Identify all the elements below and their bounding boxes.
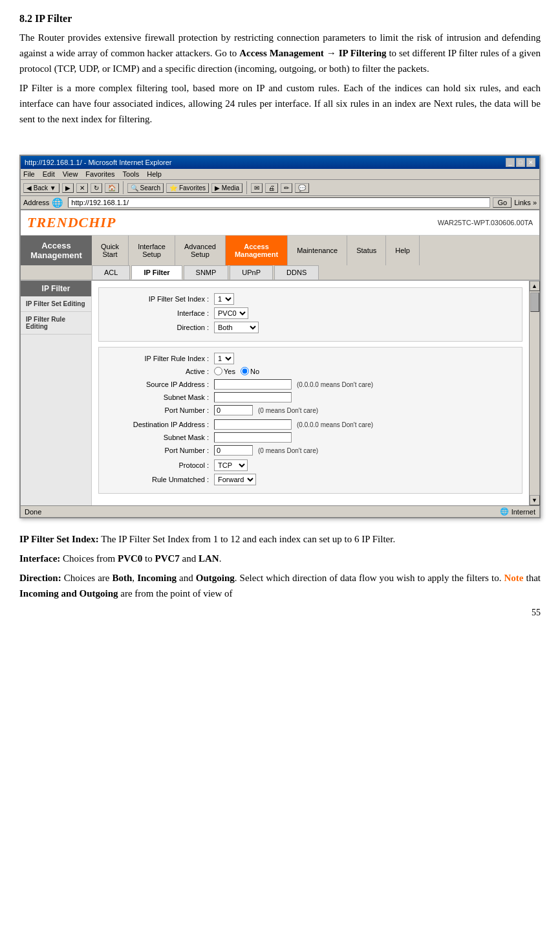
browser-menu: File Edit View Favorites Tools Help — [21, 169, 539, 180]
intro-paragraph-1: The Router provides extensive firewall p… — [19, 30, 541, 76]
print-button[interactable]: 🖨 — [265, 183, 278, 193]
nav-status[interactable]: Status — [347, 236, 386, 265]
rule-index-select[interactable]: 1 — [214, 353, 234, 364]
menu-help[interactable]: Help — [147, 170, 162, 178]
active-yes-radio[interactable] — [214, 367, 222, 375]
index-label: IP Filter Set Index: — [19, 534, 99, 544]
source-ip-row: Source IP Address : (0.0.0.0 means Don't… — [105, 379, 515, 390]
maximize-button[interactable]: □ — [516, 158, 525, 167]
active-no-radio[interactable] — [241, 367, 249, 375]
dest-port-input[interactable] — [214, 445, 253, 456]
direction-row: Direction : Both Incoming Outgoing — [105, 322, 515, 333]
active-yes-label[interactable]: Yes — [214, 367, 235, 375]
direction-label-text: Direction: — [19, 573, 61, 583]
discuss-button[interactable]: 💬 — [295, 183, 309, 193]
search-button[interactable]: 🔍 Search — [127, 183, 164, 193]
source-ip-input[interactable] — [214, 379, 292, 390]
nav-left-box: AccessManagement — [21, 236, 92, 265]
close-button[interactable]: ✕ — [526, 158, 535, 167]
direction-text: Choices are Both, Incoming and Outgoing.… — [19, 573, 541, 599]
status-text: Done — [25, 508, 41, 516]
sub-nav: ACL IP Filter SNMP UPnP DDNS — [21, 265, 539, 281]
internet-label: Internet — [512, 508, 535, 516]
nav-maintenance[interactable]: Maintenance — [288, 236, 347, 265]
trendchip-logo: TRENDCHIP — [27, 214, 116, 231]
scroll-thumb[interactable] — [530, 292, 539, 312]
nav-help[interactable]: Help — [386, 236, 420, 265]
rule-index-label: IP Filter Rule Index : — [105, 355, 209, 362]
menu-edit[interactable]: Edit — [43, 170, 55, 178]
nav-interface-setup[interactable]: InterfaceSetup — [129, 236, 175, 265]
source-port-input[interactable] — [214, 405, 253, 415]
sub-nav-snmp[interactable]: SNMP — [184, 265, 229, 280]
toolbar-separator2 — [246, 181, 247, 194]
edit-button[interactable]: ✏ — [281, 183, 292, 193]
dest-port-label: Port Number : — [105, 446, 209, 454]
protocol-select[interactable]: TCP UDP ICMP — [214, 459, 248, 471]
page-number: 55 — [19, 608, 541, 618]
dest-subnet-label: Subnet Mask : — [105, 434, 209, 441]
mail-button[interactable]: ✉ — [251, 183, 263, 193]
menu-file[interactable]: File — [23, 170, 35, 178]
ip-filter-rule-editing: IP Filter Rule Index : 1 Active : Yes — [98, 347, 522, 494]
home-button[interactable]: 🏠 — [105, 183, 119, 193]
active-row: Active : Yes No — [105, 367, 515, 375]
set-index-select[interactable]: 1 — [214, 293, 234, 305]
sub-nav-ddns[interactable]: DDNS — [274, 265, 319, 280]
sub-nav-acl[interactable]: ACL — [92, 265, 130, 280]
direction-select[interactable]: Both Incoming Outgoing — [214, 322, 259, 333]
section-heading: 8.2 IP Filter — [19, 13, 541, 25]
scroll-up-button[interactable]: ▲ — [530, 281, 540, 291]
source-port-label: Port Number : — [105, 406, 209, 414]
bottom-para-index: IP Filter Set Index: The IP Filter Set I… — [19, 531, 541, 547]
dest-subnet-input[interactable] — [214, 432, 292, 443]
internet-icon: 🌐 — [500, 507, 509, 516]
dest-ip-row: Destination IP Address : (0.0.0.0 means … — [105, 419, 515, 430]
dest-ip-label: Destination IP Address : — [105, 421, 209, 428]
forward-button[interactable]: ▶ — [62, 183, 74, 193]
direction-label: Direction : — [105, 324, 209, 331]
protocol-label: Protocol : — [105, 461, 209, 469]
stop-button[interactable]: ✕ — [76, 183, 88, 193]
nav-access-management[interactable]: AccessManagement — [226, 236, 288, 265]
rule-index-row: IP Filter Rule Index : 1 — [105, 353, 515, 364]
address-input[interactable] — [68, 197, 490, 208]
source-port-hint: (0 means Don't care) — [258, 407, 318, 414]
menu-favorites[interactable]: Favorites — [85, 170, 114, 178]
dest-port-row: Port Number : (0 means Don't care) — [105, 445, 515, 456]
favorites-button[interactable]: ⭐ Favorites — [166, 183, 209, 193]
source-ip-label: Source IP Address : — [105, 380, 209, 388]
router-content-area: TRENDCHIP WAR25TC-WPT.030606.00TA Access… — [21, 210, 539, 505]
source-subnet-input[interactable] — [214, 392, 292, 402]
dest-subnet-row: Subnet Mask : — [105, 432, 515, 443]
minimize-button[interactable]: _ — [506, 158, 515, 167]
address-bar: Address 🌐 Go Links » — [21, 196, 539, 210]
menu-tools[interactable]: Tools — [123, 170, 140, 178]
intro-paragraph-2: IP Filter is a more complex filtering to… — [19, 80, 541, 127]
sub-nav-ip-filter[interactable]: IP Filter — [131, 265, 182, 280]
interface-select[interactable]: PVC0 PVC1 LAN — [214, 307, 248, 319]
index-text: The IP Filter Set Index from 1 to 12 and… — [101, 534, 395, 544]
router-content: TRENDCHIP WAR25TC-WPT.030606.00TA Access… — [21, 210, 539, 505]
rule-unmatched-select[interactable]: Forward Drop — [214, 474, 256, 485]
side-panel: IP Filter IP Filter Set Editing IP Filte… — [21, 281, 92, 505]
sub-nav-upnp[interactable]: UPnP — [230, 265, 273, 280]
bottom-text: IP Filter Set Index: The IP Filter Set I… — [19, 531, 541, 601]
scroll-down-button[interactable]: ▼ — [530, 495, 540, 505]
links-button[interactable]: Links » — [514, 199, 537, 206]
back-button[interactable]: ◀ Back ▼ — [23, 183, 59, 193]
dest-ip-input[interactable] — [214, 419, 292, 430]
nav-quick-start[interactable]: QuickStart — [92, 236, 129, 265]
side-section-set-editing: IP Filter Set Editing — [21, 296, 91, 312]
router-header: TRENDCHIP WAR25TC-WPT.030606.00TA — [21, 210, 539, 236]
media-button[interactable]: ▶ Media — [211, 183, 242, 193]
source-subnet-row: Subnet Mask : — [105, 392, 515, 402]
menu-view[interactable]: View — [63, 170, 78, 178]
go-button[interactable]: Go — [493, 197, 512, 208]
nav-advanced-setup[interactable]: AdvancedSetup — [175, 236, 226, 265]
active-no-label[interactable]: No — [241, 367, 259, 375]
refresh-button[interactable]: ↻ — [91, 183, 102, 193]
status-bar: Done 🌐 Internet — [21, 505, 539, 517]
toolbar-separator — [123, 181, 124, 194]
source-ip-hint: (0.0.0.0 means Don't care) — [297, 381, 373, 388]
